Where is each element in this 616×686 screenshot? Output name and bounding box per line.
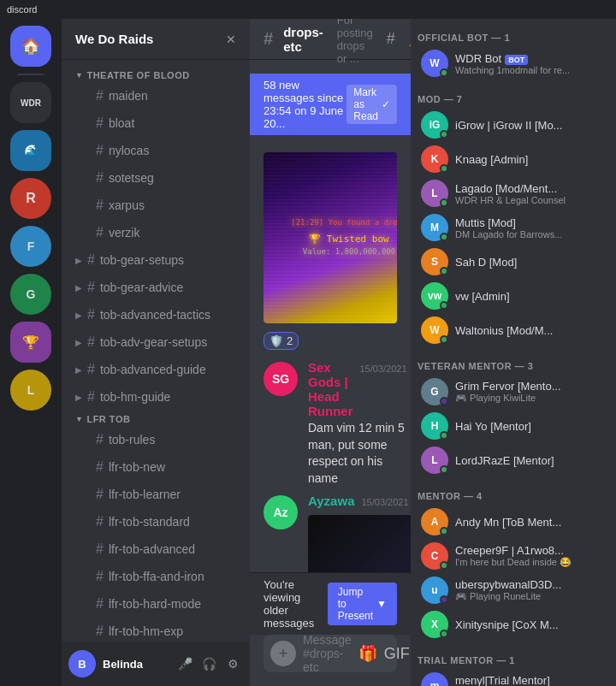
avatar-sex-gods: SG bbox=[264, 362, 298, 396]
member-name: Lagado [Mod/Ment... bbox=[455, 182, 606, 195]
channel-lfr-tob-hard-mode[interactable]: # lfr-tob-hard-mode bbox=[68, 590, 243, 618]
channel-name: lfr-tob-hard-mode bbox=[109, 597, 201, 611]
channel-header-name: drops-etc bbox=[283, 25, 323, 54]
channel-tob-adv-gear-setups[interactable]: ▶ # tob-adv-gear-setups bbox=[68, 328, 243, 356]
message-input[interactable]: Message #drops-etc bbox=[303, 633, 352, 674]
channel-tob-gear-setups[interactable]: ▶ # tob-gear-setups bbox=[68, 246, 243, 274]
member-avatar-vw: vw bbox=[421, 282, 448, 310]
channel-tob-advanced-guide[interactable]: ▶ # tob-advanced-guide bbox=[68, 356, 243, 383]
online-dot bbox=[440, 267, 448, 275]
member-igrow[interactable]: iG iGrow | iGrow II [Mo... bbox=[414, 108, 613, 142]
server-icon-we-do-raids[interactable]: WDR bbox=[10, 82, 51, 123]
gaming-dot bbox=[440, 397, 448, 405]
top-attachment: [21:29] You found a drop! 🏆 Twisted bow … bbox=[264, 152, 397, 323]
server-icon-6[interactable]: 🏆 bbox=[10, 322, 51, 363]
server-header[interactable]: We Do Raids ✕ bbox=[62, 19, 250, 60]
settings-button[interactable]: ⚙ bbox=[222, 653, 243, 674]
member-grim-fervor[interactable]: G Grim Fervor [Mento... 🎮 Playing KiwiLi… bbox=[414, 375, 613, 409]
member-name: WDR BotBOT bbox=[455, 52, 606, 65]
channel-tob-rules[interactable]: # tob-rules bbox=[68, 426, 243, 453]
channel-lfr-tob-learner[interactable]: # lfr-tob-learner bbox=[68, 481, 243, 508]
message-content-sex-gods: Sex Gods | Head Runner 15/03/2021 Dam vi… bbox=[308, 360, 407, 487]
category-label: LFR TOB bbox=[86, 414, 130, 424]
member-info-muttis: Muttis [Mod] DM Lagado for Barrows... bbox=[455, 216, 606, 240]
channel-name: lfr-tob-hm-exp bbox=[109, 624, 183, 638]
member-avatar-knaag: K bbox=[421, 145, 448, 173]
member-muttis[interactable]: M Muttis [Mod] DM Lagado for Barrows... bbox=[414, 210, 613, 245]
channel-sidebar: We Do Raids ✕ ▼ THEATRE OF BLOOD # maide… bbox=[62, 19, 250, 686]
mark-as-read-button[interactable]: Mark as Read ✓ bbox=[346, 85, 397, 124]
channel-lfr-tob-advanced[interactable]: # lfr-tob-advanced bbox=[68, 535, 243, 563]
channel-lfr-tob-hm-exp[interactable]: # lfr-tob-hm-exp bbox=[68, 618, 243, 642]
channel-lfr-tob-standard[interactable]: # lfr-tob-standard bbox=[68, 508, 243, 535]
member-waltonius[interactable]: W Waltonius [Mod/M... bbox=[414, 313, 613, 347]
member-lordjraze[interactable]: L LordJRazE [Mentor] bbox=[414, 443, 613, 477]
channel-lfr-tob-ffa-and-iron[interactable]: # lfr-tob-ffa-and-iron bbox=[68, 563, 243, 590]
member-avatar-xinitysnipe: X bbox=[421, 611, 448, 638]
server-icon-7[interactable]: L bbox=[10, 370, 51, 411]
channel-verzik[interactable]: # verzik bbox=[68, 219, 243, 246]
gif-button[interactable]: GIF bbox=[384, 645, 410, 663]
hash-icon: # bbox=[87, 362, 95, 377]
add-attachment-button[interactable]: + bbox=[270, 641, 296, 666]
member-wdr-bot[interactable]: W WDR BotBOT Watching 1modmail for re... bbox=[414, 46, 613, 80]
game-screenshot-attachment[interactable]: [21:38] --> To Nightmare kill count is: … bbox=[308, 515, 411, 572]
hashtag-icon[interactable]: # bbox=[383, 27, 399, 51]
online-dot bbox=[440, 431, 448, 440]
member-knaag[interactable]: K Knaag [Admin] bbox=[414, 142, 613, 176]
title-bar-text: discord bbox=[7, 4, 37, 15]
online-dot bbox=[440, 630, 448, 638]
channel-maiden[interactable]: # maiden bbox=[68, 82, 243, 109]
channel-name: lfr-tob-standard bbox=[109, 515, 190, 529]
member-info-andy: Andy Mn [ToB Ment... bbox=[455, 516, 606, 529]
channel-tob-gear-advice[interactable]: ▶ # tob-gear-advice bbox=[68, 274, 243, 301]
channel-sotetseg[interactable]: # sotetseg bbox=[68, 164, 243, 192]
member-vw[interactable]: vw vw [Admin] bbox=[414, 279, 613, 313]
message-input-box: + Message #drops-etc 🎁 GIF 🖼️ 😊 bbox=[264, 635, 397, 672]
channel-lfr-tob-new[interactable]: # lfr-tob-new bbox=[68, 453, 243, 481]
member-status: WDR HR & Legal Counsel bbox=[455, 195, 606, 205]
member-andy-mn[interactable]: A Andy Mn [ToB Ment... bbox=[414, 505, 613, 539]
channel-tob-advanced-tactics[interactable]: ▶ # tob-advanced-tactics bbox=[68, 301, 243, 328]
member-uberspybwana[interactable]: u uberspybwanalD3D... 🎮 Playing RuneLite bbox=[414, 573, 613, 607]
member-sahd[interactable]: S Sah D [Mod] bbox=[414, 245, 613, 279]
gift-button[interactable]: 🎁 bbox=[358, 644, 377, 663]
expand-arrow: ▶ bbox=[75, 283, 82, 293]
member-avatar-menyl: m bbox=[421, 672, 448, 686]
bot-badge: BOT bbox=[505, 55, 528, 65]
server-separator bbox=[17, 74, 44, 75]
jump-label: Jump to Present bbox=[338, 586, 373, 622]
channel-nylocas[interactable]: # nylocas bbox=[68, 137, 243, 164]
reaction-1[interactable]: 🛡️ 2 bbox=[264, 332, 299, 350]
server-icon-2[interactable]: 🌊 bbox=[10, 130, 51, 171]
mute-button[interactable]: 🎤 bbox=[175, 653, 195, 674]
hash-icon: # bbox=[87, 252, 95, 268]
member-creeper9f[interactable]: C Creeper9F | A1rwo8... I'm here but Dea… bbox=[414, 539, 613, 573]
category-theatre-of-blood[interactable]: ▼ THEATRE OF BLOOD bbox=[62, 67, 250, 82]
server-icon-3[interactable]: R bbox=[10, 178, 51, 219]
member-menyl[interactable]: m menyl[Trial Mentor] 🎮 Playing RuneLite bbox=[414, 669, 613, 686]
channel-name: lfr-tob-ffa-and-iron bbox=[109, 570, 204, 583]
member-hai-yo[interactable]: H Hai Yo [Mentor] bbox=[414, 409, 613, 443]
channel-name: tob-gear-advice bbox=[100, 281, 183, 294]
member-info-lagado: Lagado [Mod/Ment... WDR HR & Legal Couns… bbox=[455, 182, 606, 205]
server-icon-5[interactable]: G bbox=[10, 274, 51, 315]
deafen-button[interactable]: 🎧 bbox=[198, 653, 219, 674]
online-dot bbox=[440, 164, 448, 173]
member-category-trial-mentor: TRIAL MENTOR — 1 bbox=[411, 642, 616, 669]
message-author: Sex Gods | Head Runner bbox=[308, 360, 353, 418]
channel-xarpus[interactable]: # xarpus bbox=[68, 192, 243, 219]
channel-hash-icon: # bbox=[264, 29, 273, 49]
member-name: menyl[Trial Mentor] bbox=[455, 674, 606, 686]
expand-arrow: ▶ bbox=[75, 393, 82, 402]
expand-arrow: ▶ bbox=[75, 338, 82, 347]
server-icon-4[interactable]: F bbox=[10, 226, 51, 267]
channel-tob-hm-guide[interactable]: ▶ # tob-hm-guide bbox=[68, 383, 243, 411]
hash-icon: # bbox=[96, 569, 104, 584]
member-xinitysnipe[interactable]: X Xinitysnipe [CoX M... bbox=[414, 607, 613, 642]
jump-to-present-button[interactable]: Jump to Present ▼ bbox=[328, 583, 397, 625]
server-icon-home[interactable]: 🏠 bbox=[10, 26, 51, 67]
channel-bloat[interactable]: # bloat bbox=[68, 109, 243, 137]
member-lagado[interactable]: L Lagado [Mod/Ment... WDR HR & Legal Cou… bbox=[414, 176, 613, 210]
category-lfr-tob[interactable]: ▼ LFR TOB bbox=[62, 411, 250, 426]
